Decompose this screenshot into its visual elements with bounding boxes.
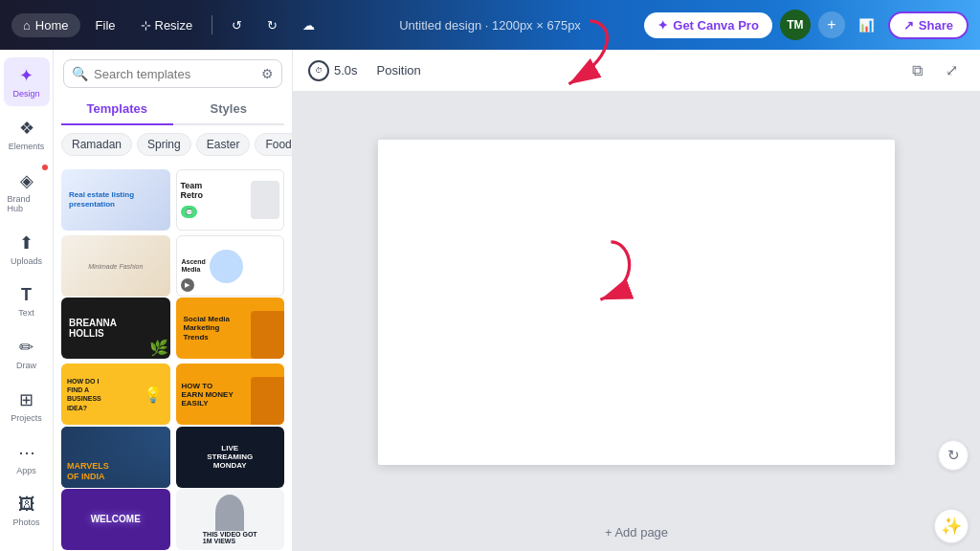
canva-pro-button[interactable]: ✦ Get Canva Pro <box>644 12 772 38</box>
canvas-time: ⏱ 5.0s <box>308 60 358 81</box>
bar-chart-icon: 📊 <box>858 18 875 33</box>
add-page-button[interactable]: + Add page <box>605 525 668 540</box>
canva-pro-label: Get Canva Pro <box>673 18 759 33</box>
leaf-decoration: 🌿 <box>149 339 168 357</box>
canvas-area: ⏱ 5.0s Position ⧉ ⤢ ↻ <box>293 50 980 551</box>
template-title-realestate: Real estate listingpresentation <box>69 190 134 209</box>
template-card-ascend[interactable]: AscendMedia ▶ <box>176 235 285 297</box>
bulb-decoration: 💡 <box>144 386 163 404</box>
template-card-earnmoney[interactable]: HOW TOEARN MONEYEASILY <box>176 364 285 425</box>
resize-label: Resize <box>155 18 193 33</box>
tab-templates[interactable]: Templates <box>61 94 173 123</box>
avatar[interactable]: TM <box>780 10 811 40</box>
template-card-teamretro[interactable]: TeamRetro 💬 <box>176 169 285 231</box>
sidebar-item-photos[interactable]: 🖼 Photos <box>4 487 50 535</box>
fashion-title: Minimade Fashion <box>88 263 143 270</box>
template-card-business[interactable]: HOW DO IFIND ABUSINESSIDEA? 💡 <box>61 364 170 425</box>
share-label: Share <box>919 18 953 33</box>
projects-icon: ⊞ <box>19 389 33 410</box>
sidebar-item-brand-hub[interactable]: ◈ Brand Hub <box>4 163 50 221</box>
magic-button[interactable]: ✨ <box>934 509 969 543</box>
undo-button[interactable]: ↺ <box>222 13 252 37</box>
sidebar-item-projects[interactable]: ⊞ Projects <box>4 382 50 430</box>
share-button[interactable]: ↗ Share <box>888 11 969 39</box>
uploads-label: Uploads <box>11 256 42 266</box>
refresh-button[interactable]: ↻ <box>938 440 969 471</box>
socialmedia-title: Social MediaMarketingTrends <box>184 315 230 342</box>
expand-button[interactable]: ⤢ <box>938 57 965 84</box>
views-title: THIS VIDEO GOT1M VIEWS <box>203 531 257 544</box>
sidebar-item-draw[interactable]: ✏ Draw <box>4 329 50 378</box>
cloud-button[interactable]: ☁ <box>293 13 324 37</box>
teamretro-figure <box>251 181 279 219</box>
add-page-label: + Add page <box>605 525 668 540</box>
ascend-title: AscendMedia <box>182 258 206 275</box>
play-button[interactable]: ▶ <box>181 278 194 292</box>
elements-icon: ❖ <box>19 118 34 139</box>
home-button[interactable]: ⌂ Home <box>11 13 80 37</box>
position-label: Position <box>377 63 421 77</box>
chip-ramadan[interactable]: Ramadan <box>61 133 132 156</box>
refresh-icon: ↻ <box>947 447 960 464</box>
text-icon: T <box>21 285 32 305</box>
earnmoney-title: HOW TOEARN MONEYEASILY <box>182 382 234 408</box>
panel-tabs: Templates Styles <box>61 94 284 125</box>
chip-easter[interactable]: Easter <box>196 133 251 156</box>
ascend-figure <box>210 250 243 283</box>
design-icon: ✦ <box>19 65 33 86</box>
earnmoney-person <box>251 377 284 425</box>
add-page-bar: + Add page <box>293 513 980 551</box>
sidebar-item-uploads[interactable]: ⬆ Uploads <box>4 225 50 274</box>
elements-label: Elements <box>9 142 45 151</box>
redo-icon: ↻ <box>267 18 278 33</box>
marvels-title: MARVELSOF INDIA <box>67 461 109 482</box>
draw-label: Draw <box>16 361 36 370</box>
search-icon: 🔍 <box>72 66 88 81</box>
copy-button[interactable]: ⧉ <box>903 57 930 84</box>
undo-icon: ↺ <box>232 18 242 33</box>
topbar-right: ✦ Get Canva Pro TM + 📊 ↗ Share <box>644 10 969 40</box>
tab-styles[interactable]: Styles <box>173 94 285 123</box>
brand-hub-icon: ◈ <box>20 170 33 191</box>
socialmedia-image <box>251 311 284 359</box>
template-card-marvels[interactable]: MARVELSOF INDIA <box>61 427 170 488</box>
position-button[interactable]: Position <box>369 59 429 81</box>
add-collaborator-button[interactable]: + <box>818 11 845 38</box>
template-card-fashion[interactable]: Minimade Fashion <box>61 235 170 297</box>
chip-spring[interactable]: Spring <box>137 133 191 156</box>
redo-button[interactable]: ↻ <box>257 13 287 37</box>
text-label: Text <box>18 308 34 318</box>
canvas-page[interactable] <box>378 140 895 465</box>
sidebar-item-design[interactable]: ✦ Design <box>4 57 50 106</box>
business-title: HOW DO IFIND ABUSINESSIDEA? <box>67 377 101 411</box>
filter-icon[interactable]: ⚙ <box>261 66 274 81</box>
avatar-initials: TM <box>787 18 803 32</box>
design-label: Design <box>12 89 39 99</box>
sidebar-item-elements[interactable]: ❖ Elements <box>4 110 50 159</box>
time-circle: ⏱ <box>308 60 329 81</box>
resize-button[interactable]: ⊹ Resize <box>131 13 203 37</box>
file-button[interactable]: File <box>86 13 125 37</box>
search-input[interactable] <box>94 67 256 81</box>
template-card-socialmedia[interactable]: Social MediaMarketingTrends <box>176 298 285 359</box>
resize-icon: ⊹ <box>141 18 151 33</box>
magic-icon: ✨ <box>941 516 962 537</box>
search-box: 🔍 ⚙ <box>63 59 282 88</box>
template-card-realestate[interactable]: Real estate listingpresentation <box>61 169 170 231</box>
chip-food[interactable]: Food <box>255 133 292 156</box>
topbar: ⌂ Home File ⊹ Resize ↺ ↻ ☁ Untitled desi… <box>0 0 980 50</box>
templates-panel: 🔍 ⚙ Templates Styles Ramadan Spring East… <box>54 50 293 551</box>
template-card-livestream[interactable]: LIVESTREAMINGMONDAY <box>176 427 285 488</box>
cloud-icon: ☁ <box>302 18 315 33</box>
livestream-title: LIVESTREAMINGMONDAY <box>207 444 253 470</box>
canvas-toolbar: ⏱ 5.0s Position ⧉ ⤢ <box>293 50 980 92</box>
sidebar-item-apps[interactable]: ⋯ Apps <box>4 434 50 483</box>
template-card-welcome[interactable]: WELCOME <box>61 489 170 550</box>
analytics-button[interactable]: 📊 <box>853 14 880 36</box>
filter-chips: Ramadan Spring Easter Food › <box>54 125 292 164</box>
template-card-views[interactable]: THIS VIDEO GOT1M VIEWS <box>176 489 285 550</box>
template-card-breanna[interactable]: BREANNAHOLLIS 🌿 <box>61 298 170 359</box>
views-person <box>215 495 244 531</box>
sidebar-item-text[interactable]: T Text <box>4 277 50 325</box>
photos-icon: 🖼 <box>18 495 35 515</box>
